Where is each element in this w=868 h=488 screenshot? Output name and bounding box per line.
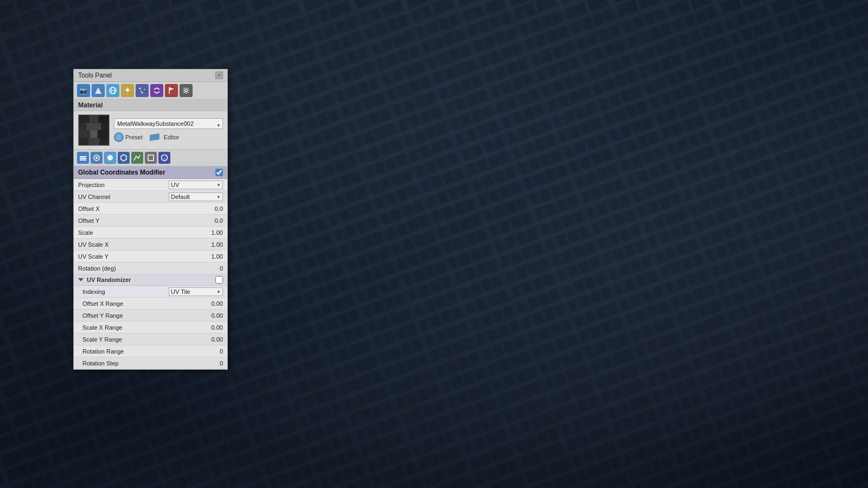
environment-icon[interactable] xyxy=(106,84,119,97)
rotation-row: Rotation (deg) 0 xyxy=(74,262,227,274)
uv-rand-arrow-icon xyxy=(78,278,84,281)
uv-scale-x-value: 1.00 xyxy=(201,241,223,248)
svg-point-23 xyxy=(142,92,143,94)
offset-x-row: Offset X 0.0 xyxy=(74,203,227,215)
offset-y-range-row: Offset Y Range 0.00 xyxy=(74,310,227,322)
material-thumbnail xyxy=(78,114,110,146)
scale-x-range-row: Scale X Range 0.00 xyxy=(74,322,227,333)
svg-rect-34 xyxy=(101,123,109,130)
preset-icon xyxy=(114,132,124,142)
scale-x-range-label: Scale X Range xyxy=(82,324,201,331)
panel-title: Tools Panel xyxy=(78,72,112,79)
svg-point-27 xyxy=(185,89,188,92)
flag-icon[interactable] xyxy=(165,84,178,97)
uv-channel-label: UV Channel xyxy=(78,194,169,200)
editor-label: Editor xyxy=(164,134,180,140)
indexing-label: Indexing xyxy=(82,288,169,295)
svg-point-46 xyxy=(95,157,98,159)
svg-rect-42 xyxy=(80,156,86,157)
editor-icon xyxy=(150,133,159,141)
svg-text:i: i xyxy=(164,156,165,161)
scale-value: 1.00 xyxy=(201,229,223,236)
scale-x-range-value: 0.00 xyxy=(201,324,223,331)
offset-y-row: Offset Y 0.0 xyxy=(74,215,227,227)
material-row: MetalWalkwaySubstance002 Preset Editor xyxy=(74,111,227,150)
svg-point-22 xyxy=(144,89,145,90)
scale-y-range-value: 0.00 xyxy=(201,336,223,343)
light-icon[interactable] xyxy=(121,84,134,97)
square-sub-icon[interactable] xyxy=(145,152,157,164)
particles-icon[interactable] xyxy=(136,84,149,97)
preset-button[interactable]: Preset xyxy=(114,132,143,142)
uv-channel-dropdown[interactable]: Default Channel 1 xyxy=(169,192,223,201)
rotation-label: Rotation (deg) xyxy=(78,265,201,272)
sub-toolbar: i xyxy=(74,150,227,166)
indexing-dropdown-wrap: UV Tile Random Object ID xyxy=(169,287,223,296)
uv-randomizer-header: UV Randomizer xyxy=(74,274,227,286)
global-coords-title: Global Coordinates Modifier xyxy=(78,169,165,176)
svg-rect-36 xyxy=(90,130,98,138)
offset-y-label: Offset Y xyxy=(78,217,201,224)
offset-x-range-label: Offset X Range xyxy=(82,300,201,307)
uv-randomizer-checkbox[interactable] xyxy=(215,276,223,284)
svg-marker-12 xyxy=(95,87,101,94)
scale-y-range-row: Scale Y Range 0.00 xyxy=(74,333,227,345)
rotation-step-value: 0 xyxy=(201,360,223,367)
offset-y-value: 0.0 xyxy=(201,217,223,224)
material-section-label: Material xyxy=(74,100,227,111)
offset-x-range-row: Offset X Range 0.00 xyxy=(74,298,227,310)
active-sub-icon[interactable] xyxy=(104,152,116,164)
material-dropdown[interactable]: MetalWalkwaySubstance002 xyxy=(114,118,223,129)
layers-sub-icon[interactable] xyxy=(77,152,89,164)
svg-rect-37 xyxy=(98,130,109,138)
panel-close-button[interactable]: × xyxy=(215,72,223,79)
geometry-icon[interactable] xyxy=(92,84,105,97)
global-coords-checkbox[interactable] xyxy=(215,169,223,176)
camera-icon[interactable]: 📷 xyxy=(77,84,90,97)
offset-y-range-value: 0.00 xyxy=(201,312,223,319)
rotation-range-label: Rotation Range xyxy=(82,348,201,355)
preset-label: Preset xyxy=(125,134,143,140)
terrain-sub-icon[interactable] xyxy=(131,152,143,164)
hex-sub-icon[interactable] xyxy=(118,152,130,164)
main-toolbar: 📷 xyxy=(74,82,227,100)
offset-x-label: Offset X xyxy=(78,206,201,212)
svg-rect-33 xyxy=(86,123,101,130)
svg-rect-40 xyxy=(100,138,109,145)
scale-label: Scale xyxy=(78,229,201,236)
scale-row: Scale 1.00 xyxy=(74,227,227,239)
svg-rect-30 xyxy=(89,115,98,123)
svg-rect-32 xyxy=(79,123,86,130)
svg-rect-38 xyxy=(79,138,88,145)
svg-rect-35 xyxy=(79,130,90,138)
rotation-range-value: 0 xyxy=(201,348,223,355)
svg-point-21 xyxy=(139,88,141,89)
indexing-row: Indexing UV Tile Random Object ID xyxy=(74,286,227,298)
settings-icon[interactable] xyxy=(180,84,193,97)
uv-scale-y-value: 1.00 xyxy=(201,253,223,260)
pin-sub-icon[interactable] xyxy=(91,152,103,164)
panel-titlebar: Tools Panel × xyxy=(74,69,227,82)
global-coords-properties: Projection UV Box Planar UV Channel Defa… xyxy=(74,179,227,274)
uv-scale-x-row: UV Scale X 1.00 xyxy=(74,239,227,251)
rotation-step-row: Rotation Step 0 xyxy=(74,357,227,369)
uv-channel-dropdown-wrap: Default Channel 1 xyxy=(169,192,223,201)
uv-scale-x-label: UV Scale X xyxy=(78,241,201,248)
arrows-icon[interactable] xyxy=(150,84,163,97)
indexing-dropdown[interactable]: UV Tile Random Object ID xyxy=(169,287,223,296)
projection-dropdown[interactable]: UV Box Planar xyxy=(169,181,223,189)
svg-point-24 xyxy=(141,91,142,92)
svg-rect-44 xyxy=(80,159,86,160)
projection-dropdown-wrap: UV Box Planar xyxy=(169,181,223,189)
svg-marker-26 xyxy=(169,87,174,91)
material-right: MetalWalkwaySubstance002 Preset Editor xyxy=(114,118,223,142)
preset-editor-row: Preset Editor xyxy=(114,132,223,142)
offset-x-value: 0.0 xyxy=(201,206,223,212)
svg-rect-49 xyxy=(148,155,154,160)
svg-rect-29 xyxy=(79,115,89,123)
svg-marker-48 xyxy=(121,155,126,161)
material-dropdown-wrap: MetalWalkwaySubstance002 xyxy=(114,118,223,132)
info-sub-icon[interactable]: i xyxy=(158,152,170,164)
projection-row: Projection UV Box Planar xyxy=(74,179,227,191)
uv-randomizer-label: UV Randomizer xyxy=(87,277,215,283)
